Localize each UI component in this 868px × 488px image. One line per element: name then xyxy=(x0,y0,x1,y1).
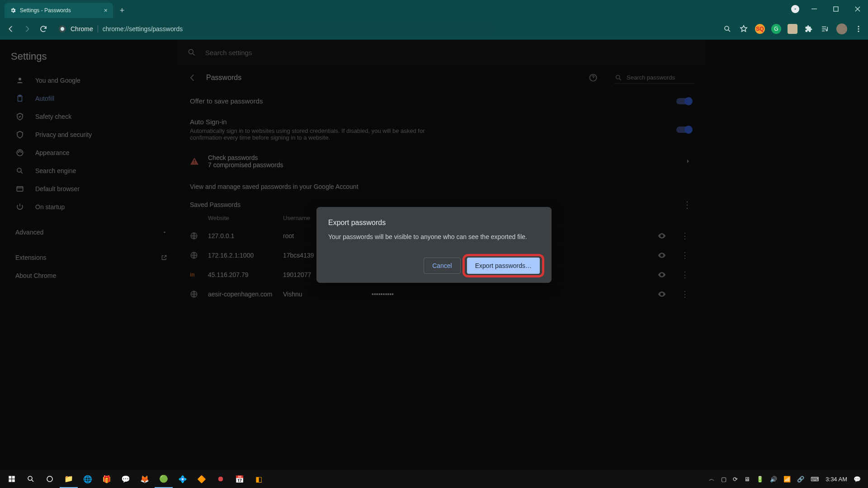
close-window-button[interactable] xyxy=(847,2,868,16)
extension-sq-icon[interactable]: SQ xyxy=(755,24,765,34)
zoom-icon[interactable] xyxy=(722,24,732,34)
notifications-icon[interactable]: 💬 xyxy=(854,476,861,483)
tab-title: Settings - Passwords xyxy=(20,7,71,14)
taskbar-app-icon[interactable]: 🎁 xyxy=(98,470,116,488)
windows-taskbar: 📁 🌐 🎁 💬 🦊 🟢 💠 🔶 ⏺ 📅 ◧ ︿ ▢ ⟳ 🖥 🔋 🔊 📶 🔗 ⌨ … xyxy=(0,470,868,488)
tray-sync-icon[interactable]: ⟳ xyxy=(733,476,738,483)
omnibox-origin: Chrome xyxy=(71,25,93,33)
svg-point-6 xyxy=(858,30,859,32)
search-button[interactable] xyxy=(22,470,40,488)
taskbar-ai-icon[interactable]: ◧ xyxy=(250,470,268,488)
tray-device-icon[interactable]: ▢ xyxy=(721,476,726,483)
forward-button[interactable] xyxy=(21,23,33,35)
omnibox[interactable]: Chrome chrome://settings/passwords xyxy=(53,22,496,36)
cortana-button[interactable] xyxy=(41,470,59,488)
svg-rect-0 xyxy=(811,9,817,9)
clock[interactable]: 3:34 AM xyxy=(826,476,847,483)
taskbar-explorer-icon[interactable]: 📁 xyxy=(60,470,78,488)
svg-rect-23 xyxy=(12,476,15,479)
taskbar-skype-icon[interactable]: 💠 xyxy=(174,470,192,488)
chrome-menu-icon[interactable] xyxy=(854,24,863,34)
svg-point-26 xyxy=(28,476,32,480)
extensions-puzzle-icon[interactable] xyxy=(804,24,814,34)
svg-point-5 xyxy=(858,28,859,29)
dialog-title: Export passwords xyxy=(328,219,540,227)
extension-box-icon[interactable] xyxy=(788,24,797,34)
minimize-button[interactable] xyxy=(804,2,825,16)
taskbar-chrome-icon[interactable]: 🟢 xyxy=(155,470,173,488)
tray-keyboard-icon[interactable]: ⌨ xyxy=(811,476,819,483)
site-info-icon[interactable] xyxy=(59,25,66,33)
media-control-icon[interactable] xyxy=(820,24,830,34)
titlebar: Settings - Passwords × + xyxy=(0,0,868,18)
tray-display-icon[interactable]: 🖥 xyxy=(744,476,750,483)
profile-indicator-icon[interactable] xyxy=(791,5,799,13)
omnibox-divider xyxy=(98,25,98,33)
bookmark-star-icon[interactable] xyxy=(739,24,749,34)
reload-button[interactable] xyxy=(37,23,50,35)
taskbar-calendar-icon[interactable]: 📅 xyxy=(231,470,249,488)
profile-avatar[interactable] xyxy=(836,23,847,34)
dialog-body: Your passwords will be visible to anyone… xyxy=(328,233,540,240)
export-passwords-dialog: Export passwords Your passwords will be … xyxy=(316,207,552,283)
gear-icon xyxy=(10,7,16,14)
tray-wifi-icon[interactable]: 📶 xyxy=(783,476,791,483)
svg-rect-22 xyxy=(9,476,11,479)
svg-point-2 xyxy=(61,27,64,30)
svg-rect-24 xyxy=(9,479,11,482)
svg-rect-25 xyxy=(12,479,15,482)
tray-battery-icon[interactable]: 🔋 xyxy=(756,476,764,483)
omnibox-url: chrome://settings/passwords xyxy=(103,25,183,33)
taskbar-edge-icon[interactable]: 🌐 xyxy=(79,470,97,488)
taskbar-record-icon[interactable]: ⏺ xyxy=(212,470,230,488)
nav-row: Chrome chrome://settings/passwords SQ G xyxy=(0,18,868,40)
toolbar-actions: SQ G xyxy=(722,23,863,34)
system-tray: ︿ ▢ ⟳ 🖥 🔋 🔊 📶 🔗 ⌨ 3:34 AM 💬 xyxy=(709,475,865,483)
taskbar-whatsapp-icon[interactable]: 💬 xyxy=(117,470,135,488)
tray-chevron-icon[interactable]: ︿ xyxy=(709,475,715,483)
svg-point-27 xyxy=(47,476,52,482)
svg-point-4 xyxy=(858,26,859,27)
taskbar-app2-icon[interactable]: 🔶 xyxy=(193,470,211,488)
window-controls xyxy=(791,0,868,18)
tray-volume-icon[interactable]: 🔊 xyxy=(770,476,777,483)
start-button[interactable] xyxy=(3,470,21,488)
maximize-button[interactable] xyxy=(826,2,846,16)
browser-tab[interactable]: Settings - Passwords × xyxy=(5,3,113,18)
cancel-button[interactable]: Cancel xyxy=(424,258,461,274)
content-area: Settings You and Google Autofill Safety … xyxy=(0,40,868,470)
close-tab-icon[interactable]: × xyxy=(104,7,108,14)
svg-point-3 xyxy=(725,26,729,30)
extension-g-icon[interactable]: G xyxy=(771,24,781,34)
new-tab-button[interactable]: + xyxy=(116,4,128,17)
export-passwords-button[interactable]: Export passwords… xyxy=(467,258,540,274)
back-button[interactable] xyxy=(5,23,17,35)
taskbar-firefox-icon[interactable]: 🦊 xyxy=(136,470,154,488)
tray-link-icon[interactable]: 🔗 xyxy=(797,476,804,483)
svg-rect-1 xyxy=(834,7,838,11)
